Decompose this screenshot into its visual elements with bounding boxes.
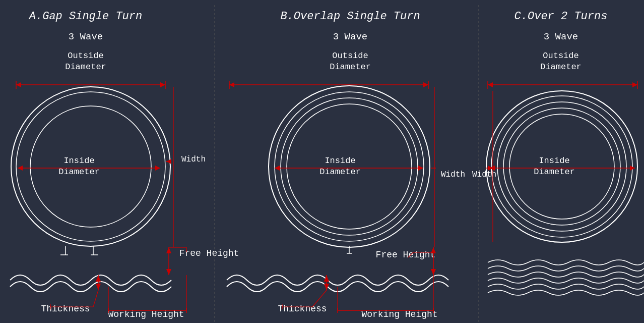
svg-marker-18 bbox=[229, 82, 234, 87]
panel-c-wave2 bbox=[488, 266, 644, 271]
panel-b-outer-circle bbox=[269, 86, 430, 247]
panel-c-ring1 bbox=[491, 96, 632, 237]
panel-c-ring3 bbox=[503, 108, 620, 225]
svg-marker-23 bbox=[418, 166, 423, 171]
panel-b-wave: 3 Wave bbox=[333, 31, 367, 42]
panel-a-od-arrowhead-right bbox=[160, 82, 165, 87]
panel-a-wave: 3 Wave bbox=[69, 31, 103, 42]
panel-c-id-label2: Diameter bbox=[534, 167, 575, 177]
panel-a-id-arrowhead-right bbox=[155, 166, 160, 171]
svg-marker-22 bbox=[275, 166, 280, 171]
panel-b-title: B.Overlap Single Turn bbox=[280, 10, 420, 23]
panel-a-od-arrowhead-left bbox=[16, 82, 21, 87]
panel-a-id-label2: Diameter bbox=[58, 167, 100, 177]
panel-b-od-label: Outside bbox=[332, 51, 368, 61]
panel-a-fh-label: Free Height bbox=[179, 248, 239, 258]
panel-c-wave: 3 Wave bbox=[544, 31, 578, 42]
panel-c-wave6 bbox=[488, 290, 644, 295]
svg-marker-9 bbox=[166, 247, 171, 253]
svg-marker-38 bbox=[488, 82, 493, 87]
panel-b-wave-top bbox=[227, 275, 448, 285]
panel-a-inner-ring bbox=[16, 92, 165, 241]
svg-marker-5 bbox=[96, 284, 101, 290]
panel-a-title: A.Gap Single Turn bbox=[28, 10, 142, 23]
panel-a-od-label2: Diameter bbox=[65, 62, 106, 72]
panel-a-inner-circle bbox=[30, 106, 151, 227]
panel-b-thickness-label: Thickness bbox=[278, 304, 327, 314]
svg-marker-31 bbox=[431, 269, 436, 275]
panel-a-id-arrowhead-left bbox=[18, 166, 23, 171]
panel-c-outer-circle bbox=[486, 91, 637, 242]
panel-b-ring2 bbox=[281, 98, 418, 235]
panel-a-od-label: Outside bbox=[68, 51, 103, 61]
main-diagram: A.Gap Single Turn 3 Wave Outside Diamete… bbox=[0, 0, 644, 323]
panel-b-inner-circle bbox=[287, 104, 412, 229]
panel-b-ring1 bbox=[275, 92, 424, 241]
panel-b-id-label: Inside bbox=[325, 156, 355, 166]
svg-marker-3 bbox=[166, 159, 171, 164]
panel-c-wave4 bbox=[488, 278, 644, 283]
panel-b-wh-label: Working Height bbox=[361, 309, 437, 319]
panel-b-od-label2: Diameter bbox=[330, 62, 371, 72]
panel-a-thickness-label: Thickness bbox=[41, 304, 90, 314]
panel-c-inner-circle bbox=[509, 114, 614, 219]
panel-a-id-label: Inside bbox=[63, 156, 94, 166]
svg-marker-39 bbox=[632, 82, 637, 87]
panel-b-width-label: Width bbox=[441, 170, 465, 179]
panel-c-wave5 bbox=[488, 284, 644, 289]
panel-c-od-label: Outside bbox=[543, 51, 578, 61]
panel-c-od-label2: Diameter bbox=[540, 62, 582, 72]
svg-marker-19 bbox=[423, 82, 428, 87]
panel-c-title: C.Over 2 Turns bbox=[514, 10, 608, 23]
panel-a-outer-circle bbox=[11, 87, 170, 246]
panel-c-wave1 bbox=[488, 260, 644, 265]
panel-b-id-label2: Diameter bbox=[319, 167, 361, 177]
svg-line-6 bbox=[93, 290, 98, 307]
panel-c-ring2 bbox=[497, 102, 626, 231]
panel-c-id-label: Inside bbox=[539, 156, 569, 166]
panel-c-wave3 bbox=[488, 272, 644, 277]
panel-a-width-label: Width bbox=[181, 155, 206, 164]
panel-a-wh-label: Working Height bbox=[108, 309, 184, 319]
panel-b-fh-label: Free Height bbox=[376, 250, 436, 260]
svg-marker-10 bbox=[166, 269, 171, 275]
